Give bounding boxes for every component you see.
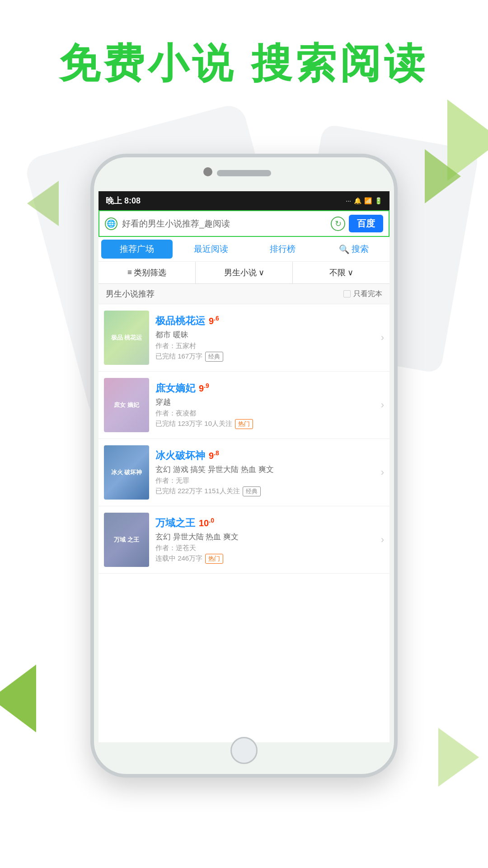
- globe-icon: 🌐: [105, 217, 117, 230]
- chevron-right-icon-0: ›: [381, 332, 384, 344]
- book-rating-3: 10.0: [199, 517, 214, 528]
- filter-genre[interactable]: 男生小说 ∨: [196, 262, 293, 283]
- cover-image-2: 冰火 破坏神: [104, 445, 149, 500]
- book-info-1: 庶女嫡妃 9.9 穿越 作者：夜凌都 已完结 123万字 10人关注热门: [155, 382, 375, 429]
- book-item-3[interactable]: 万域 之王 万域之王 10.0 玄幻 异世大陆 热血 爽文 作者：逆苍天 连载中…: [99, 506, 389, 574]
- book-genre-2: 玄幻 游戏 搞笑 异世大陆 热血 爽文: [155, 464, 375, 475]
- wifi-icon: 📶: [364, 197, 372, 204]
- book-tag-1: 热门: [235, 419, 253, 429]
- book-list: 极品 桃花运 极品桃花运 9.6 都市 暖昧 作者：五家村 已完结 167万字经…: [99, 304, 389, 574]
- cover-image-3: 万域 之王: [104, 513, 149, 567]
- book-info-0: 极品桃花运 9.6 都市 暖昧 作者：五家村 已完结 167万字经典: [155, 314, 375, 362]
- book-meta-1: 已完结 123万字 10人关注热门: [155, 419, 375, 429]
- bg-triangle-5: [27, 181, 59, 226]
- book-cover-0: 极品 桃花运: [104, 311, 149, 365]
- filter-lines-icon: ≡: [127, 268, 132, 277]
- book-rating-0: 9.6: [209, 315, 219, 326]
- cover-image-0: 极品 桃花运: [104, 311, 149, 365]
- battery-icon: 🔋: [375, 197, 382, 204]
- book-info-2: 冰火破坏神 9.8 玄幻 游戏 搞笑 异世大陆 热血 爽文 作者：无罪 已完结 …: [155, 449, 375, 496]
- only-complete-filter[interactable]: 只看完本: [343, 289, 382, 299]
- section-header: 男生小说推荐 只看完本: [99, 284, 389, 304]
- book-author-2: 作者：无罪: [155, 476, 375, 485]
- phone-home-button[interactable]: [230, 737, 258, 764]
- book-meta-0: 已完结 167万字经典: [155, 352, 375, 362]
- book-item-2[interactable]: 冰火 破坏神 冰火破坏神 9.8 玄幻 游戏 搞笑 异世大陆 热血 爽文 作者：…: [99, 439, 389, 506]
- book-rating-2: 9.8: [209, 449, 219, 461]
- bg-triangle-4: [438, 728, 479, 787]
- book-title-0: 极品桃花运: [155, 314, 205, 328]
- book-meta-3: 连载中 246万字热门: [155, 554, 375, 564]
- baidu-button[interactable]: 百度: [349, 215, 383, 232]
- book-info-3: 万域之王 10.0 玄幻 异世大陆 热血 爽文 作者：逆苍天 连载中 246万字…: [155, 516, 375, 564]
- filter-limit[interactable]: 不限 ∨: [293, 262, 389, 283]
- bg-triangle-2: [425, 149, 461, 203]
- book-title-3: 万域之王: [155, 516, 195, 530]
- chevron-right-icon-1: ›: [381, 399, 384, 411]
- chevron-down-icon-genre: ∨: [258, 268, 264, 278]
- chevron-down-icon-limit: ∨: [347, 268, 353, 278]
- book-title-row-2: 冰火破坏神 9.8: [155, 449, 375, 462]
- bg-triangle-1: [447, 99, 488, 181]
- header: 免费小说 搜索阅读: [0, 36, 488, 91]
- book-cover-2: 冰火 破坏神: [104, 445, 149, 500]
- book-genre-0: 都市 暖昧: [155, 330, 375, 340]
- search-input-text[interactable]: 好看的男生小说推荐_趣阅读: [122, 218, 327, 230]
- phone-body: 晚上 8:08 ··· 🔔 📶 🔋 🌐 好看的男生小说推荐_趣阅读 ↻ 百度 推…: [90, 154, 398, 778]
- book-tag-3: 热门: [205, 554, 223, 564]
- phone-camera: [203, 167, 212, 176]
- book-title-row-0: 极品桃花运 9.6: [155, 314, 375, 328]
- book-author-3: 作者：逆苍天: [155, 544, 375, 552]
- status-time: 晚上 8:08: [106, 195, 141, 206]
- book-title-row-1: 庶女嫡妃 9.9: [155, 382, 375, 395]
- book-title-row-3: 万域之王 10.0: [155, 516, 375, 530]
- only-complete-label: 只看完本: [353, 289, 382, 299]
- book-tag-2: 经典: [243, 486, 261, 496]
- bell-icon: 🔔: [354, 197, 361, 204]
- tab-search[interactable]: 🔍 搜索: [318, 237, 389, 261]
- book-tag-0: 经典: [205, 352, 223, 362]
- search-icon-small: 🔍: [339, 244, 350, 255]
- book-author-1: 作者：夜凌都: [155, 409, 375, 418]
- nav-tabs: 推荐广场 最近阅读 排行榜 🔍 搜索: [99, 237, 389, 262]
- book-cover-3: 万域 之王: [104, 513, 149, 567]
- phone-mockup: 晚上 8:08 ··· 🔔 📶 🔋 🌐 好看的男生小说推荐_趣阅读 ↻ 百度 推…: [90, 154, 398, 778]
- tab-ranking[interactable]: 排行榜: [247, 237, 318, 261]
- book-cover-1: 庶女 嫡妃: [104, 378, 149, 432]
- section-title: 男生小说推荐: [106, 288, 155, 299]
- book-rating-1: 9.9: [199, 382, 209, 394]
- book-title-1: 庶女嫡妃: [155, 382, 195, 395]
- phone-speaker: [217, 170, 271, 176]
- refresh-icon[interactable]: ↻: [331, 217, 345, 231]
- only-complete-checkbox[interactable]: [343, 290, 351, 297]
- header-title: 免费小说 搜索阅读: [0, 36, 488, 91]
- bg-triangle-3: [0, 665, 36, 732]
- book-item-0[interactable]: 极品 桃花运 极品桃花运 9.6 都市 暖昧 作者：五家村 已完结 167万字经…: [99, 304, 389, 372]
- book-genre-1: 穿越: [155, 397, 375, 407]
- status-icons: ··· 🔔 📶 🔋: [346, 197, 382, 204]
- phone-screen: 晚上 8:08 ··· 🔔 📶 🔋 🌐 好看的男生小说推荐_趣阅读 ↻ 百度 推…: [99, 191, 389, 742]
- book-item-1[interactable]: 庶女 嫡妃 庶女嫡妃 9.9 穿越 作者：夜凌都 已完结 123万字 10人关注…: [99, 372, 389, 439]
- signal-dots: ···: [346, 197, 351, 204]
- book-genre-3: 玄幻 异世大陆 热血 爽文: [155, 532, 375, 542]
- book-title-2: 冰火破坏神: [155, 449, 205, 462]
- status-bar: 晚上 8:08 ··· 🔔 📶 🔋: [99, 191, 389, 210]
- filter-category[interactable]: ≡ 类别筛选: [99, 262, 196, 283]
- tab-recent[interactable]: 最近阅读: [175, 237, 247, 261]
- search-bar[interactable]: 🌐 好看的男生小说推荐_趣阅读 ↻ 百度: [99, 210, 389, 237]
- chevron-right-icon-3: ›: [381, 534, 384, 546]
- tab-recommend[interactable]: 推荐广场: [101, 240, 173, 259]
- chevron-right-icon-2: ›: [381, 467, 384, 478]
- book-author-0: 作者：五家村: [155, 342, 375, 350]
- filter-bar: ≡ 类别筛选 男生小说 ∨ 不限 ∨: [99, 262, 389, 284]
- book-meta-2: 已完结 222万字 1151人关注经典: [155, 486, 375, 496]
- cover-image-1: 庶女 嫡妃: [104, 378, 149, 432]
